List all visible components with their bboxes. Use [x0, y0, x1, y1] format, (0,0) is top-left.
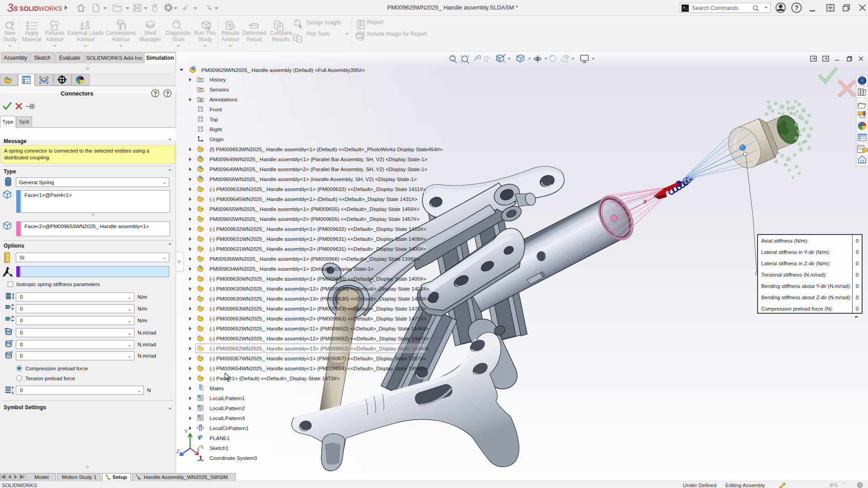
svg-text:Z: Z: [176, 449, 180, 454]
svg-text:S: S: [13, 5, 18, 12]
svg-text:?: ?: [166, 91, 169, 97]
svg-text:Y: Y: [184, 429, 188, 434]
svg-text:SOLIDWORKS: SOLIDWORKS: [19, 5, 62, 12]
svg-text:X: X: [643, 199, 647, 205]
svg-text:?: ?: [795, 4, 799, 11]
svg-text:?: ?: [154, 91, 157, 97]
